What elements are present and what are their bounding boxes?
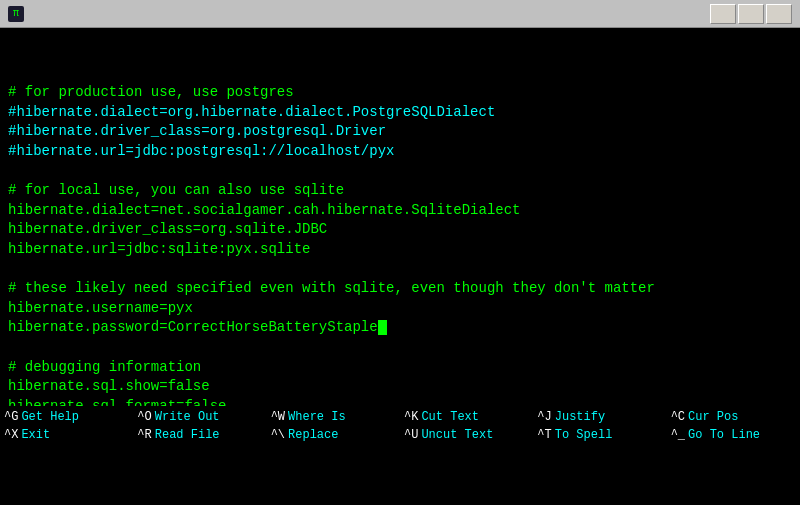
shortcut-label: Uncut Text bbox=[421, 428, 493, 442]
shortcut-item: ^C Cur Pos bbox=[667, 408, 800, 426]
shortcut-bar: ^G Get Help ^X Exit ^O Write Out ^R Read… bbox=[0, 406, 800, 446]
shortcut-col-1: ^O Write Out ^R Read File bbox=[133, 408, 266, 444]
shortcut-col-4: ^J Justify ^T To Spell bbox=[533, 408, 666, 444]
shortcut-col-5: ^C Cur Pos ^_ Go To Line bbox=[667, 408, 800, 444]
shortcut-label: Read File bbox=[155, 428, 220, 442]
shortcut-label: Cut Text bbox=[421, 410, 479, 424]
shortcut-key: ^W bbox=[271, 410, 285, 424]
shortcut-key: ^R bbox=[137, 428, 151, 442]
shortcut-key: ^G bbox=[4, 410, 18, 424]
shortcut-key: ^K bbox=[404, 410, 418, 424]
shortcut-col-3: ^K Cut Text ^U Uncut Text bbox=[400, 408, 533, 444]
shortcut-key: ^_ bbox=[671, 428, 685, 442]
shortcut-key: ^O bbox=[137, 410, 151, 424]
shortcut-label: Cur Pos bbox=[688, 410, 738, 424]
title-bar: π bbox=[0, 0, 800, 28]
shortcut-item: ^K Cut Text bbox=[400, 408, 533, 426]
shortcut-label: Write Out bbox=[155, 410, 220, 424]
shortcut-label: Go To Line bbox=[688, 428, 760, 442]
shortcut-item: ^T To Spell bbox=[533, 426, 666, 444]
title-bar-controls bbox=[710, 4, 792, 24]
shortcut-item: ^\ Replace bbox=[267, 426, 400, 444]
shortcut-key: ^C bbox=[671, 410, 685, 424]
shortcut-item: ^X Exit bbox=[0, 426, 133, 444]
shortcut-item: ^G Get Help bbox=[0, 408, 133, 426]
shortcut-item: ^U Uncut Text bbox=[400, 426, 533, 444]
shortcut-item: ^_ Go To Line bbox=[667, 426, 800, 444]
minimize-button[interactable] bbox=[710, 4, 736, 24]
title-bar-left: π bbox=[8, 6, 30, 22]
shortcut-label: Replace bbox=[288, 428, 338, 442]
shortcut-item: ^O Write Out bbox=[133, 408, 266, 426]
shortcut-label: Exit bbox=[21, 428, 50, 442]
shortcut-label: To Spell bbox=[555, 428, 613, 442]
shortcut-key: ^T bbox=[537, 428, 551, 442]
shortcut-label: Get Help bbox=[21, 410, 79, 424]
shortcut-key: ^\ bbox=[271, 428, 285, 442]
close-button[interactable] bbox=[766, 4, 792, 24]
shortcut-key: ^U bbox=[404, 428, 418, 442]
editor-area[interactable]: # for production use, use postgres #hibe… bbox=[0, 36, 800, 406]
shortcut-item: ^W Where Is bbox=[267, 408, 400, 426]
shortcut-item: ^R Read File bbox=[133, 426, 266, 444]
shortcut-key: ^J bbox=[537, 410, 551, 424]
shortcut-col-0: ^G Get Help ^X Exit bbox=[0, 408, 133, 444]
shortcut-key: ^X bbox=[4, 428, 18, 442]
maximize-button[interactable] bbox=[738, 4, 764, 24]
shortcut-item: ^J Justify bbox=[533, 408, 666, 426]
terminal-icon: π bbox=[8, 6, 24, 22]
nano-header bbox=[0, 28, 800, 36]
shortcut-label: Where Is bbox=[288, 410, 346, 424]
shortcut-col-2: ^W Where Is ^\ Replace bbox=[267, 408, 400, 444]
shortcut-label: Justify bbox=[555, 410, 605, 424]
